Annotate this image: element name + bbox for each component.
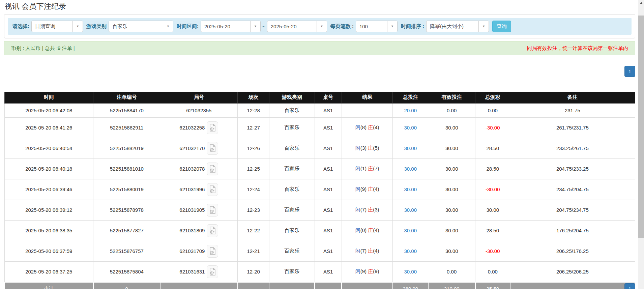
table-header-row: 时间注单编号局号场次游戏类别桌号结果总投注有效投注总派彩备注 xyxy=(4,92,635,103)
table-row: 2025-05-20 06:40:54522515882019621032170… xyxy=(4,138,635,158)
result-banker-label: 庄 xyxy=(368,227,373,233)
result-banker-label: 庄 xyxy=(368,186,373,192)
cell-result: 闲(9) 庄(4) xyxy=(342,179,392,200)
cell-total-bet: 30.00 xyxy=(393,117,428,138)
total-bet-link[interactable]: 20.00 xyxy=(404,108,417,113)
result-banker-label: 庄 xyxy=(368,248,373,254)
table-no: AS1 xyxy=(323,248,333,254)
cell-total-bet: 30.00 xyxy=(393,158,428,179)
subtotal-label: 小计 xyxy=(4,282,93,289)
subtotal-empty xyxy=(160,282,238,289)
scrollbar-up-arrow-icon[interactable] xyxy=(638,0,644,6)
video-replay-button[interactable] xyxy=(207,204,218,216)
summary-bar: 币别 : 人民币 | 总共 :9 注单 | 同局有效投注，统一计算在该局第一张注… xyxy=(4,41,635,55)
result-player-label: 闲 xyxy=(355,124,360,130)
total-bet-link[interactable]: 30.00 xyxy=(404,125,417,131)
cell-total-bet: 30.00 xyxy=(393,241,428,261)
cell-bet-id: 522515876757 xyxy=(93,241,160,261)
note: 261.75/231.75 xyxy=(556,125,589,131)
cell-result: 闲(9) 庄(9) xyxy=(342,261,392,282)
time-sort-label: 时间排序 : xyxy=(401,23,424,30)
video-record-icon xyxy=(209,206,216,214)
cell-total-bet: 30.00 xyxy=(393,179,428,200)
cell-bet-id: 522515880019 xyxy=(93,179,160,200)
pagination-top: 1 xyxy=(624,66,635,77)
date-to-value: 2025-05-20 xyxy=(267,21,317,32)
cell-result: 闲(7) 庄(4) xyxy=(342,241,392,261)
date-to-input[interactable]: 2025-05-20 ▼ xyxy=(267,21,327,32)
time-sort-select[interactable]: 降幂(由大到小) ▼ xyxy=(426,21,489,32)
cell-payout: 28.50 xyxy=(475,138,510,158)
bet-time: 2025-05-20 06:42:08 xyxy=(25,108,72,113)
query-type-select[interactable]: 日期查询 ▼ xyxy=(31,21,83,32)
chevron-down-icon: ▼ xyxy=(72,21,83,32)
subtotal-row: 小计9260.00210.0025.50 xyxy=(4,282,635,289)
cell-game: 百家乐 xyxy=(269,138,315,158)
cell-table-no: AS1 xyxy=(315,138,342,158)
cell-bet-id: 522515882911 xyxy=(93,117,160,138)
column-header: 备注 xyxy=(510,92,635,103)
subtotal-empty xyxy=(315,282,342,289)
cell-valid-bet: 30.00 xyxy=(428,200,475,220)
bet-time: 2025-05-20 06:37:59 xyxy=(25,248,72,254)
valid-bet: 30.00 xyxy=(445,125,458,131)
column-header: 场次 xyxy=(238,92,269,103)
video-replay-button[interactable] xyxy=(207,265,218,278)
total-bet-link[interactable]: 30.00 xyxy=(404,248,417,254)
payout: -30.00 xyxy=(486,186,500,192)
cell-total-bet: 30.00 xyxy=(393,261,428,282)
video-replay-button[interactable] xyxy=(207,142,218,155)
total-bet-link[interactable]: 30.00 xyxy=(404,186,417,192)
cell-result xyxy=(342,103,392,117)
cell-result: 闲(1) 庄(7) xyxy=(342,158,392,179)
cell-valid-bet: 30.00 xyxy=(428,241,475,261)
chevron-down-icon: ▼ xyxy=(163,21,173,32)
total-bet-link[interactable]: 30.00 xyxy=(404,269,417,274)
round-id: 621031905 xyxy=(179,207,205,213)
cell-time: 2025-05-20 06:42:08 xyxy=(4,103,93,117)
cell-session: 12-20 xyxy=(238,261,269,282)
total-bet-link[interactable]: 30.00 xyxy=(404,207,417,213)
bet-id: 522515881010 xyxy=(110,166,144,172)
session-no: 12-26 xyxy=(247,145,260,151)
video-replay-button[interactable] xyxy=(207,121,218,134)
cell-table-no: AS1 xyxy=(315,220,342,241)
per-page-select[interactable]: 100 ▼ xyxy=(356,21,398,32)
select-type-label: 请选择: xyxy=(12,23,29,30)
round-id: 621031996 xyxy=(179,186,205,192)
cell-session: 12-25 xyxy=(238,158,269,179)
scrollbar-thumb[interactable] xyxy=(638,16,644,238)
table-no: AS1 xyxy=(323,108,333,113)
cell-result: 闲(3) 庄(5) xyxy=(342,138,392,158)
result-banker-score: (4) xyxy=(373,248,379,254)
total-bet-link[interactable]: 30.00 xyxy=(404,145,417,151)
video-replay-button[interactable] xyxy=(207,245,218,258)
result-player-score: (3) xyxy=(360,145,367,151)
video-replay-button[interactable] xyxy=(207,163,218,175)
bet-records-table: 时间注单编号局号场次游戏类别桌号结果总投注有效投注总派彩备注 2025-05-2… xyxy=(4,92,635,289)
total-bet-link[interactable]: 30.00 xyxy=(404,228,417,233)
page-1-button[interactable]: 1 xyxy=(624,283,635,289)
result-player-score: (0) xyxy=(360,227,367,233)
cell-valid-bet: 0.00 xyxy=(428,261,475,282)
date-from-input[interactable]: 2025-05-20 ▼ xyxy=(201,21,261,32)
video-replay-button[interactable] xyxy=(207,224,218,237)
cell-game: 百家乐 xyxy=(269,241,315,261)
table-row: 2025-05-20 06:40:18522515881010621032078… xyxy=(4,158,635,179)
column-header: 局号 xyxy=(160,92,238,103)
payout: 0.00 xyxy=(488,108,498,113)
video-replay-button[interactable] xyxy=(207,183,218,196)
bet-id: 522515884170 xyxy=(110,108,144,113)
cell-table-no: AS1 xyxy=(315,103,342,117)
bet-time: 2025-05-20 06:39:12 xyxy=(25,207,72,213)
cell-result: 闲(7) 庄(3) xyxy=(342,200,392,220)
total-bet-link[interactable]: 30.00 xyxy=(404,166,417,172)
cell-payout: 28.50 xyxy=(475,220,510,241)
result-player-score: (8) xyxy=(360,124,367,130)
time-range-label: 时间区间: xyxy=(177,23,199,30)
session-no: 12-24 xyxy=(247,186,260,192)
page-1-button[interactable]: 1 xyxy=(624,66,635,77)
game-type-select[interactable]: 百家乐 ▼ xyxy=(109,21,173,32)
search-button[interactable]: 查询 xyxy=(492,21,511,32)
vertical-scrollbar[interactable] xyxy=(638,0,644,289)
